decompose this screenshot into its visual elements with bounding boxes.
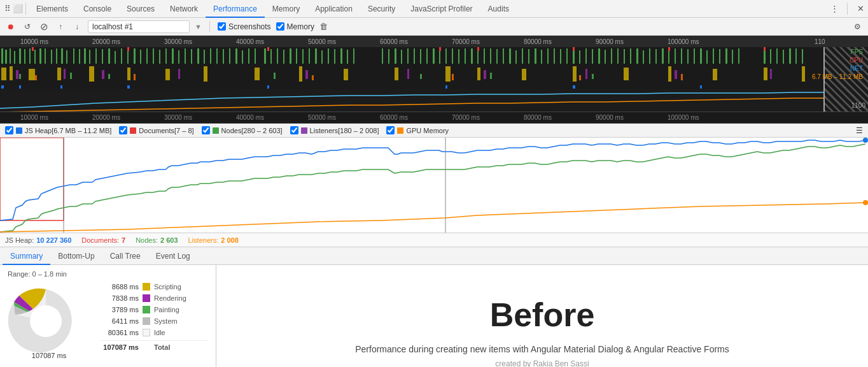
clear-button[interactable]: ⊘ [38,21,50,32]
memory-chart [0,138,868,233]
svg-rect-91 [585,48,587,64]
tab-application[interactable]: Application [307,0,360,18]
net-label: NET [812,65,863,72]
svg-rect-137 [165,69,170,80]
record-button[interactable]: ⏺ [5,21,17,32]
svg-rect-72 [465,48,466,64]
painting-color [143,306,150,313]
brule-30k: 30000 ms [164,114,192,121]
tab-call-tree[interactable]: Call Tree [102,247,148,265]
svg-rect-129 [668,47,670,51]
sep3 [209,21,210,32]
url-input[interactable] [88,20,190,33]
svg-rect-167 [490,73,492,79]
url-dropdown[interactable]: ▼ [195,23,202,31]
svg-rect-68 [439,50,440,64]
svg-rect-47 [283,50,284,64]
brule-90k: 90000 ms [596,114,624,121]
tab-console[interactable]: Console [76,0,119,18]
svg-rect-128 [573,47,575,51]
legend-js-heap[interactable]: JS Heap[6.7 MB – 11.2 MB] [5,126,111,134]
svg-rect-69 [445,48,447,64]
svg-rect-141 [344,69,348,80]
settings-gear-icon[interactable]: ⚙ [851,21,863,32]
svg-rect-165 [274,73,276,79]
svg-rect-12 [61,48,63,64]
legend-settings-icon[interactable]: ☰ [856,126,863,135]
svg-rect-100 [643,50,644,64]
legend-js-heap-check[interactable] [5,126,13,134]
settings-icon[interactable]: ✕ [855,4,865,14]
more-tabs-icon[interactable]: ⋮ [829,4,839,14]
svg-rect-147 [624,68,629,80]
import-button[interactable]: ↑ [55,21,66,32]
legend-documents[interactable]: Documents[7 – 8] [119,126,193,134]
svg-rect-20 [108,48,110,64]
svg-rect-134 [57,68,61,80]
svg-rect-49 [296,48,297,64]
screenshots-checkbox[interactable]: Screenshots [218,22,271,31]
js-heap-stat-value: 10 227 360 [36,236,71,244]
cpu-label: CPU [812,57,863,64]
trash-button[interactable]: 🗑 [319,22,328,31]
tab-memory[interactable]: Memory [265,0,307,18]
svg-rect-181 [573,85,575,89]
legend-nodes[interactable]: Nodes[280 – 2 603] [202,126,283,134]
legend-listeners[interactable]: Listeners[180 – 2 008] [290,126,379,134]
ruler-10k: 10000 ms [20,38,48,45]
tab-summary[interactable]: Summary [3,247,50,265]
svg-rect-56 [340,48,342,64]
ruler-30k: 30000 ms [164,38,192,45]
right-panel: Before Performance during creating new i… [216,265,868,367]
svg-rect-120 [789,48,791,64]
export-button[interactable]: ↓ [71,21,83,32]
svg-rect-160 [675,70,677,79]
legend-gpu-check[interactable] [386,126,395,134]
legend-listeners-color [301,127,307,134]
total-label: Total [154,343,170,351]
heap-end-label: 1100 [851,102,865,109]
svg-rect-169 [35,75,37,80]
memory-check[interactable] [276,22,284,31]
svg-rect-19 [102,49,103,64]
listeners-stat: Listeners: 2 008 [188,236,239,244]
timeline-labels: FPS CPU NET 6.7 MB – 11.2 MB [812,48,863,80]
svg-rect-135 [89,66,94,82]
legend-gpu[interactable]: GPU Memory [386,126,449,134]
svg-rect-162 [19,74,21,79]
svg-rect-30 [172,48,174,64]
tab-event-log[interactable]: Event Log [148,247,198,265]
svg-rect-5 [24,49,25,64]
bottom-tabs: Summary Bottom-Up Call Tree Event Log [0,247,868,265]
legend-docs-check[interactable] [119,126,127,134]
timeline-area: 10000 ms 20000 ms 30000 ms 40000 ms 5000… [0,36,868,112]
svg-rect-54 [328,48,329,64]
brule-70k: 70000 ms [452,114,480,121]
reload-button[interactable]: ↺ [22,21,33,32]
tab-sources[interactable]: Sources [119,0,162,18]
svg-rect-114 [732,50,733,64]
devtools-icon[interactable]: ⠿ [3,4,13,14]
tab-performance[interactable]: Performance [206,0,265,18]
legend-nodes-check[interactable] [202,126,210,134]
dock-icon[interactable]: ⬜ [13,4,23,14]
tab-audits[interactable]: Audits [480,0,517,18]
screenshots-check[interactable] [218,22,226,31]
svg-rect-86 [554,48,555,64]
svg-rect-50 [302,49,304,64]
svg-rect-81 [522,48,523,64]
svg-rect-107 [687,49,689,64]
tab-js-profiler[interactable]: JavaScript Profiler [403,0,480,18]
tab-network[interactable]: Network [162,0,206,18]
tab-elements[interactable]: Elements [29,0,76,18]
timeline-ruler: 10000 ms 20000 ms 30000 ms 40000 ms 5000… [0,36,868,47]
svg-rect-28 [159,50,160,64]
svg-rect-27 [153,48,154,64]
tab-bottom-up[interactable]: Bottom-Up [50,247,102,265]
memory-checkbox[interactable]: Memory [276,22,314,31]
svg-rect-136 [127,68,130,80]
legend-listeners-check[interactable] [290,126,298,134]
svg-rect-38 [223,49,224,64]
tab-security[interactable]: Security [360,0,403,18]
svg-rect-44 [264,48,266,64]
